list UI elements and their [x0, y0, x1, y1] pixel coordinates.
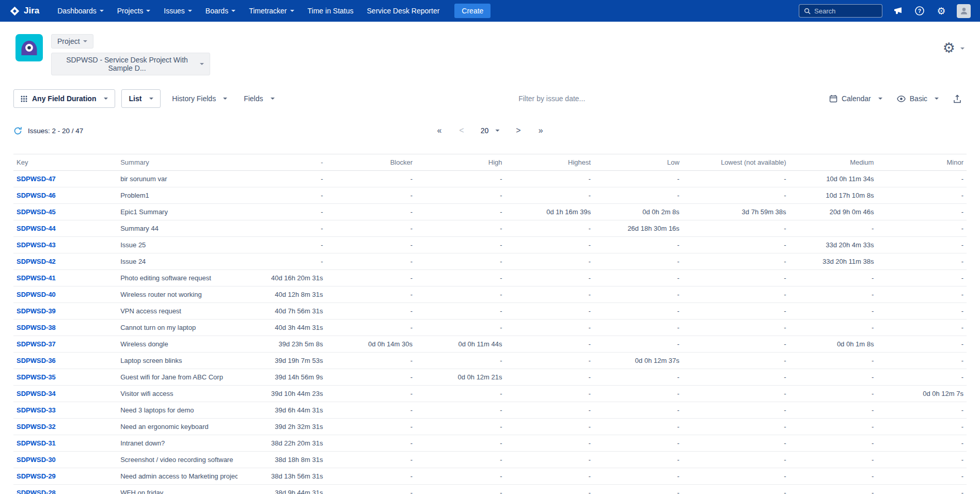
announcements-icon[interactable]	[892, 5, 904, 17]
issue-key-link[interactable]: SDPWSD-31	[17, 439, 56, 447]
duration-cell: -	[326, 485, 416, 494]
duration-cell: 26d 18h 30m 16s	[594, 220, 683, 237]
issue-key-link[interactable]: SDPWSD-29	[17, 472, 56, 480]
table-row: SDPWSD-36Laptop screen blinks39d 19h 7m …	[13, 353, 967, 369]
issue-summary: bir sorunum var	[117, 171, 238, 187]
page-settings-button[interactable]: ⚙	[943, 41, 965, 55]
issue-key-link[interactable]: SDPWSD-39	[17, 307, 56, 315]
chevron-down-icon	[290, 10, 294, 12]
duration-cell: -	[326, 204, 416, 220]
duration-cell: -	[789, 402, 877, 419]
nav-item-time-in-status[interactable]: Time in Status	[301, 0, 360, 22]
nav-item-timetracker[interactable]: Timetracker	[242, 0, 301, 22]
issue-key-link[interactable]: SDPWSD-46	[17, 192, 56, 199]
column-header-lowest-not-available: Lowest (not available)	[683, 154, 789, 171]
scope-select[interactable]: Project	[51, 34, 93, 49]
duration-cell: -	[326, 435, 416, 452]
duration-cell: -	[877, 286, 967, 303]
history-fields-label: History Fields	[172, 94, 216, 103]
issue-key-link[interactable]: SDPWSD-43	[17, 241, 56, 249]
issue-key-link[interactable]: SDPWSD-37	[17, 340, 56, 348]
help-icon[interactable]: ?	[913, 5, 926, 17]
issue-key-link[interactable]: SDPWSD-30	[17, 456, 56, 464]
project-select[interactable]: SDPWSD - Service Desk Project With Sampl…	[51, 53, 210, 75]
duration-cell: -	[683, 253, 789, 270]
issue-summary: Need 3 laptops for demo	[117, 402, 238, 419]
nav-search[interactable]	[799, 4, 882, 18]
duration-cell: -	[789, 353, 877, 369]
duration-cell: -	[877, 485, 967, 494]
create-button[interactable]: Create	[454, 4, 491, 18]
view-select[interactable]: List	[121, 89, 161, 108]
issue-key-link[interactable]: SDPWSD-33	[17, 406, 56, 414]
next-page-button[interactable]: >	[511, 125, 526, 136]
duration-cell: -	[594, 402, 683, 419]
jira-logo[interactable]: Jira	[9, 6, 39, 17]
duration-cell: 3d 7h 59m 38s	[683, 204, 789, 220]
first-page-button[interactable]: «	[432, 125, 447, 136]
search-icon	[804, 8, 811, 14]
field-duration-select[interactable]: Any Field Duration	[13, 89, 115, 108]
duration-cell: 39d 6h 44m 31s	[238, 402, 326, 419]
issue-key-link[interactable]: SDPWSD-45	[17, 208, 56, 216]
nav-item-boards[interactable]: Boards	[199, 0, 242, 22]
duration-cell: -	[326, 452, 416, 468]
chevron-down-icon	[878, 98, 882, 100]
duration-cell: -	[877, 452, 967, 468]
duration-cell: -	[416, 320, 505, 336]
duration-cell: -	[877, 220, 967, 237]
issues-count: Issues: 2 - 20 / 47	[28, 127, 83, 135]
history-fields-select[interactable]: History Fields	[167, 94, 232, 103]
issue-key-link[interactable]: SDPWSD-34	[17, 390, 56, 397]
issue-key-link[interactable]: SDPWSD-42	[17, 258, 56, 265]
nav-item-service-desk-reporter[interactable]: Service Desk Reporter	[360, 0, 447, 22]
view-mode-select[interactable]: Basic	[892, 94, 944, 103]
export-button[interactable]	[948, 94, 967, 103]
duration-cell: 0d 0h 12m 7s	[877, 386, 967, 402]
issue-summary: Guest wifi for Jane from ABC Corp	[117, 369, 238, 386]
issue-key-link[interactable]: SDPWSD-35	[17, 373, 56, 381]
prev-page-button[interactable]: <	[454, 125, 469, 136]
duration-cell: -	[877, 419, 967, 435]
nav-item-label: Timetracker	[249, 7, 287, 15]
page-size-select[interactable]: 20	[477, 125, 504, 136]
nav-item-label: Issues	[164, 7, 184, 15]
issue-key-link[interactable]: SDPWSD-40	[17, 291, 56, 298]
issue-date-filter-input[interactable]	[469, 94, 635, 103]
issue-key-link[interactable]: SDPWSD-28	[17, 489, 56, 494]
refresh-icon[interactable]	[13, 126, 22, 135]
calendar-select[interactable]: Calendar	[824, 94, 888, 103]
nav-item-label: Time in Status	[308, 7, 354, 15]
duration-cell: -	[326, 320, 416, 336]
column-header-dash: -	[238, 154, 326, 171]
duration-cell: 38d 13h 56m 31s	[238, 468, 326, 485]
issue-key-link[interactable]: SDPWSD-36	[17, 357, 56, 364]
issue-key-link[interactable]: SDPWSD-32	[17, 423, 56, 431]
issue-key-link[interactable]: SDPWSD-38	[17, 324, 56, 331]
issue-key-link[interactable]: SDPWSD-44	[17, 225, 56, 232]
duration-cell: -	[789, 320, 877, 336]
nav-item-projects[interactable]: Projects	[110, 0, 157, 22]
duration-cell: -	[326, 386, 416, 402]
duration-cell: 10d 0h 11m 34s	[789, 171, 877, 187]
duration-cell: -	[416, 419, 505, 435]
fields-select[interactable]: Fields	[239, 94, 279, 103]
search-input[interactable]	[814, 7, 877, 15]
last-page-button[interactable]: »	[533, 125, 548, 136]
issue-key-link[interactable]: SDPWSD-41	[17, 274, 56, 282]
table-row: SDPWSD-46Problem1------10d 17h 10m 8s-	[13, 187, 967, 204]
duration-cell: -	[683, 171, 789, 187]
nav-item-issues[interactable]: Issues	[157, 0, 198, 22]
settings-gear-icon[interactable]: ⚙	[935, 5, 947, 17]
user-avatar[interactable]	[957, 4, 971, 18]
duration-cell: -	[505, 286, 594, 303]
duration-cell: -	[594, 270, 683, 286]
table-row: SDPWSD-28WFH on friday38d 9h 44m 31s----…	[13, 485, 967, 494]
duration-cell: -	[877, 435, 967, 452]
nav-item-dashboards[interactable]: Dashboards	[51, 0, 110, 22]
duration-cell: -	[594, 237, 683, 253]
duration-cell: -	[683, 286, 789, 303]
duration-cell: 39d 19h 7m 53s	[238, 353, 326, 369]
issue-key-link[interactable]: SDPWSD-47	[17, 175, 56, 183]
duration-cell: -	[505, 270, 594, 286]
